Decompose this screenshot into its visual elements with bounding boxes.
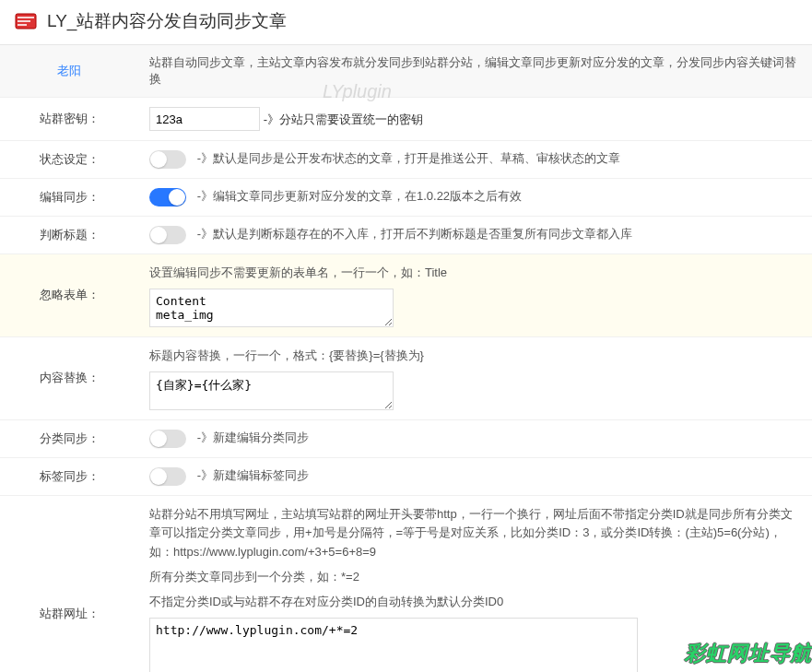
info-row: 老阳 站群自动同步文章，主站文章内容发布就分发同步到站群分站，编辑文章同步更新对… <box>0 45 812 98</box>
settings-table: 老阳 站群自动同步文章，主站文章内容发布就分发同步到站群分站，编辑文章同步更新对… <box>0 45 812 672</box>
category-sync-label: 分类同步： <box>0 419 138 457</box>
secret-suffix: -》分站只需要设置统一的密钥 <box>264 112 423 126</box>
edit-sync-desc: -》编辑文章同步更新对应分发的文章，在1.0.22版本之后有效 <box>197 189 522 203</box>
status-toggle[interactable] <box>149 150 186 169</box>
edit-sync-label: 编辑同步： <box>0 179 138 217</box>
content-replace-textarea[interactable] <box>149 371 394 410</box>
content-replace-help: 标题内容替换，一行一个，格式：{要替换}={替换为} <box>149 347 801 366</box>
page-title: LY_站群内容分发自动同步文章 <box>47 9 287 33</box>
edit-sync-toggle[interactable] <box>149 188 186 206</box>
tag-sync-label: 标签同步： <box>0 457 138 495</box>
ignore-form-textarea[interactable] <box>149 289 394 327</box>
category-sync-toggle[interactable] <box>149 430 186 448</box>
svg-rect-2 <box>18 20 30 22</box>
row-edit-sync: 编辑同步： -》编辑文章同步更新对应分发的文章，在1.0.22版本之后有效 <box>0 179 812 217</box>
watermark-bottom: 彩虹网址导航 <box>685 640 812 667</box>
ignore-form-help: 设置编辑同步不需要更新的表单名，一行一个，如：Title <box>149 264 801 283</box>
judge-title-label: 判断标题： <box>0 217 138 254</box>
row-category-sync: 分类同步： -》新建编辑分类同步 <box>0 419 812 457</box>
app-icon <box>14 10 40 32</box>
row-status: 状态设定： -》默认是同步是公开发布状态的文章，打开是推送公开、草稿、审核状态的… <box>0 141 812 179</box>
status-label: 状态设定： <box>0 141 138 179</box>
svg-rect-1 <box>18 17 34 18</box>
site-url-textarea[interactable] <box>149 618 638 672</box>
page-header: LY_站群内容分发自动同步文章 <box>0 0 812 45</box>
row-judge-title: 判断标题： -》默认是判断标题存在的不入库，打开后不判断标题是否重复所有同步文章… <box>0 217 812 254</box>
secret-input[interactable] <box>149 107 260 131</box>
author-label: 老阳 <box>0 45 138 98</box>
ignore-form-label: 忽略表单： <box>0 254 138 337</box>
status-desc: -》默认是同步是公开发布状态的文章，打开是推送公开、草稿、审核状态的文章 <box>197 151 620 165</box>
tag-sync-toggle[interactable] <box>149 467 186 486</box>
site-url-help2: 所有分类文章同步到一个分类，如：*=2 <box>149 568 801 587</box>
svg-rect-3 <box>18 24 27 26</box>
site-url-help1: 站群分站不用填写网址，主站填写站群的网址开头要带http，一行一个换行，网址后面… <box>149 505 801 562</box>
secret-label: 站群密钥： <box>0 98 138 141</box>
site-url-help3: 不指定分类ID或与站群不存在对应分类ID的自动转换为默认分类ID0 <box>149 593 801 612</box>
category-sync-desc: -》新建编辑分类同步 <box>197 430 309 444</box>
content-replace-label: 内容替换： <box>0 336 138 419</box>
row-ignore-form: 忽略表单： 设置编辑同步不需要更新的表单名，一行一个，如：Title <box>0 254 812 337</box>
plugin-description: 站群自动同步文章，主站文章内容发布就分发同步到站群分站，编辑文章同步更新对应分发… <box>138 45 812 98</box>
row-secret: 站群密钥： -》分站只需要设置统一的密钥 <box>0 98 812 141</box>
row-tag-sync: 标签同步： -》新建编辑标签同步 <box>0 457 812 495</box>
tag-sync-desc: -》新建编辑标签同步 <box>197 468 309 482</box>
site-url-label: 站群网址： <box>0 495 138 672</box>
judge-title-desc: -》默认是判断标题存在的不入库，打开后不判断标题是否重复所有同步文章都入库 <box>197 227 632 241</box>
judge-title-toggle[interactable] <box>149 226 186 244</box>
row-content-replace: 内容替换： 标题内容替换，一行一个，格式：{要替换}={替换为} <box>0 336 812 419</box>
